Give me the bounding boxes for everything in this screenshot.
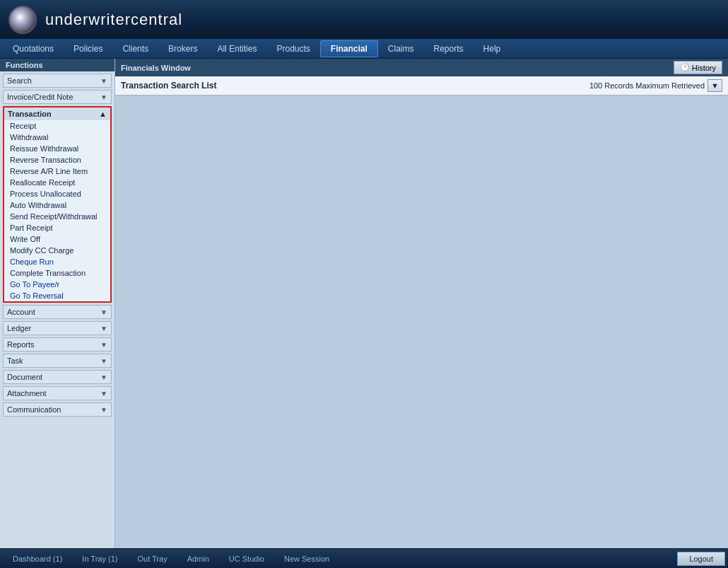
sidebar-item-label: Ledger — [7, 324, 31, 332]
invoice-label: Invoice/Credit Note — [7, 93, 74, 101]
sidebar-item-label: Attachment — [7, 389, 47, 398]
transaction-item-auto-withdrawal[interactable]: Auto Withdrawal — [4, 199, 110, 211]
search-bar-title: Transaction Search List — [121, 81, 216, 91]
bottom-tab-dashboard--1-[interactable]: Dashboard (1) — [3, 552, 72, 565]
bottom-tab-in-tray--1-[interactable]: In Tray (1) — [72, 552, 127, 565]
sidebar-item-ledger[interactable]: Ledger▼ — [3, 321, 112, 335]
main-layout: Functions Search ▼ Invoice/Credit Note ▼… — [0, 59, 728, 548]
transaction-section: Transaction ▲ ReceiptWithdrawalReissue W… — [3, 106, 112, 303]
search-label: Search — [7, 76, 32, 85]
transaction-item-reverse-transaction[interactable]: Reverse Transaction — [4, 154, 110, 166]
transaction-item-part-receipt[interactable]: Part Receipt — [4, 222, 110, 233]
navbar: QuotationsPoliciesClientsBrokersAll Enti… — [0, 39, 728, 59]
sidebar-item-task[interactable]: Task▼ — [3, 354, 112, 368]
bottom-tab-uc-studio[interactable]: UC Studio — [219, 552, 274, 565]
sidebar-item-communication[interactable]: Communication▼ — [3, 402, 112, 417]
sidebar-item-label: Reports — [7, 340, 35, 349]
transaction-item-cheque-run[interactable]: Cheque Run — [4, 256, 110, 267]
sidebar-item-arrow: ▼ — [100, 406, 107, 414]
records-dropdown[interactable]: ▼ — [708, 79, 722, 92]
records-info: 100 Records Maximum Retrieved ▼ — [589, 79, 722, 92]
sidebar-item-document[interactable]: Document▼ — [3, 370, 112, 384]
sidebar-item-arrow: ▼ — [100, 390, 107, 398]
search-dropdown[interactable]: Search ▼ — [3, 74, 112, 88]
search-bar: Transaction Search List 100 Records Maxi… — [115, 76, 728, 95]
bottom-bar: Dashboard (1)In Tray (1)Out TrayAdminUC … — [0, 548, 728, 568]
bottom-tab-new-session[interactable]: New Session — [274, 552, 339, 565]
transaction-item-process-unallocated[interactable]: Process Unallocated — [4, 188, 110, 199]
sidebar-item-arrow: ▼ — [100, 308, 107, 316]
nav-item-reports[interactable]: Reports — [424, 41, 474, 57]
invoice-dropdown-arrow: ▼ — [100, 93, 107, 101]
nav-item-claims[interactable]: Claims — [378, 41, 424, 57]
history-label: History — [692, 64, 716, 72]
transaction-label: Transaction — [8, 110, 52, 118]
transaction-item-go-to-payee-r[interactable]: Go To Payee/r — [4, 279, 110, 290]
transaction-item-complete-transaction[interactable]: Complete Transaction — [4, 267, 110, 279]
sidebar-item-reports[interactable]: Reports▼ — [3, 337, 112, 352]
nav-item-all-entities[interactable]: All Entities — [207, 41, 266, 57]
sidebar-item-arrow: ▼ — [100, 341, 107, 349]
nav-item-quotations[interactable]: Quotations — [3, 41, 64, 57]
content-header-right: 🕐 History — [674, 61, 722, 74]
nav-item-brokers[interactable]: Brokers — [158, 41, 207, 57]
history-icon: 🕐 — [680, 63, 690, 72]
transaction-item-withdrawal[interactable]: Withdrawal — [4, 132, 110, 143]
transaction-item-go-to-reversal[interactable]: Go To Reversal — [4, 290, 110, 301]
sidebar-item-attachment[interactable]: Attachment▼ — [3, 386, 112, 400]
content-body — [115, 95, 728, 548]
financials-window-label: Financials Window — [121, 64, 191, 72]
sidebar-item-arrow: ▼ — [100, 325, 107, 332]
transaction-item-reverse-a-r-line-item[interactable]: Reverse A/R Line Item — [4, 166, 110, 177]
records-label: 100 Records Maximum Retrieved — [589, 81, 705, 90]
sidebar-bottom-sections: Account▼Ledger▼Reports▼Task▼Document▼Att… — [0, 303, 115, 548]
content-header: Financials Window 🕐 History — [115, 59, 728, 76]
transaction-item-receipt[interactable]: Receipt — [4, 120, 110, 132]
transaction-header[interactable]: Transaction ▲ — [4, 108, 110, 120]
logout-button[interactable]: Logout — [677, 552, 725, 566]
app-title: underwritercentral — [45, 11, 182, 29]
invoice-dropdown[interactable]: Invoice/Credit Note ▼ — [3, 90, 112, 104]
sidebar-item-account[interactable]: Account▼ — [3, 305, 112, 319]
app-header: underwritercentral — [0, 0, 728, 39]
transaction-item-write-off[interactable]: Write Off — [4, 233, 110, 245]
transaction-collapse-arrow: ▲ — [99, 110, 107, 118]
transaction-item-modify-cc-charge[interactable]: Modify CC Charge — [4, 245, 110, 256]
search-dropdown-arrow: ▼ — [100, 77, 107, 85]
transaction-item-reallocate-receipt[interactable]: Reallocate Receipt — [4, 177, 110, 188]
nav-item-financial[interactable]: Financial — [320, 40, 378, 57]
sidebar-item-label: Communication — [7, 405, 61, 414]
nav-item-help[interactable]: Help — [474, 41, 511, 57]
sidebar-item-arrow: ▼ — [100, 373, 107, 381]
history-button[interactable]: 🕐 History — [674, 61, 722, 74]
content-area: Financials Window 🕐 History Transaction … — [115, 59, 728, 548]
sidebar-header: Functions — [0, 59, 115, 71]
nav-item-products[interactable]: Products — [266, 41, 319, 57]
transaction-item-reissue-withdrawal[interactable]: Reissue Withdrawal — [4, 143, 110, 154]
sidebar-item-label: Task — [7, 357, 23, 365]
transaction-item-send-receipt-withdrawal[interactable]: Send Receipt/Withdrawal — [4, 211, 110, 222]
nav-item-clients[interactable]: Clients — [112, 41, 158, 57]
transaction-items-list: ReceiptWithdrawalReissue WithdrawalRever… — [4, 120, 110, 301]
bottom-tab-out-tray[interactable]: Out Tray — [127, 552, 177, 565]
bottom-tab-admin[interactable]: Admin — [177, 552, 219, 565]
sidebar: Functions Search ▼ Invoice/Credit Note ▼… — [0, 59, 115, 548]
sidebar-item-arrow: ▼ — [100, 357, 107, 365]
sidebar-item-label: Document — [7, 373, 42, 381]
nav-item-policies[interactable]: Policies — [64, 41, 112, 57]
app-logo — [8, 6, 37, 34]
sidebar-item-label: Account — [7, 308, 35, 316]
